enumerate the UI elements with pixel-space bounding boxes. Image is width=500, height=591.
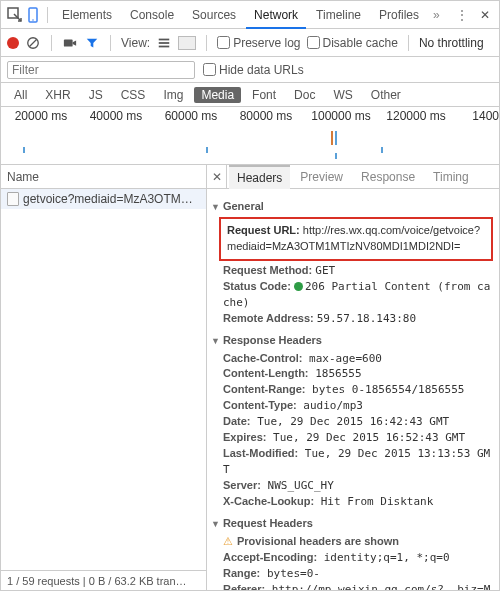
label-request-method: Request Method: <box>223 264 312 276</box>
header-key: Referer: <box>223 583 265 590</box>
header-value: bytes=0- <box>260 567 320 580</box>
chevron-right-icon[interactable]: » <box>429 8 444 22</box>
detail-body[interactable]: General Request URL: http://res.wx.qq.co… <box>207 189 499 590</box>
label-request-url: Request URL: <box>227 224 300 236</box>
type-doc[interactable]: Doc <box>287 87 322 103</box>
timeline-mark <box>206 147 208 153</box>
filter-bar: Hide data URLs <box>1 57 499 83</box>
inspect-icon[interactable] <box>7 7 23 23</box>
timeline-mark <box>381 147 383 153</box>
hide-data-urls-checkbox[interactable]: Hide data URLs <box>203 63 304 77</box>
view-large-icon[interactable] <box>178 36 196 50</box>
type-xhr[interactable]: XHR <box>38 87 77 103</box>
dtab-timing[interactable]: Timing <box>425 165 477 189</box>
section-response-headers[interactable]: Response Headers <box>211 333 493 349</box>
header-value: Tue, 29 Dec 2015 16:42:43 GMT <box>251 415 450 428</box>
more-icon[interactable]: ⋮ <box>449 7 475 23</box>
header-key: Cache-Control: <box>223 352 302 364</box>
close-detail-icon[interactable]: ✕ <box>207 165 227 188</box>
filter-icon[interactable] <box>84 35 100 51</box>
header-row: Server: NWS_UGC_HY <box>223 478 493 494</box>
detail-tabs: ✕ Headers Preview Response Timing <box>207 165 499 189</box>
waterfall-overview[interactable]: 20000 ms 40000 ms 60000 ms 80000 ms 1000… <box>1 107 499 165</box>
header-value: 1856555 <box>309 367 362 380</box>
clear-icon[interactable] <box>25 35 41 51</box>
view-list-icon[interactable] <box>156 35 172 51</box>
device-mode-icon[interactable] <box>25 7 41 23</box>
type-other[interactable]: Other <box>364 87 408 103</box>
header-value: audio/mp3 <box>297 399 363 412</box>
panel-tabs: Elements Console Sources Network Timelin… <box>1 1 499 29</box>
header-row: Cache-Control: max-age=600 <box>223 351 493 367</box>
header-key: Range: <box>223 567 260 579</box>
header-key: Date: <box>223 415 251 427</box>
header-key: Content-Type: <box>223 399 297 411</box>
preserve-log-checkbox[interactable]: Preserve log <box>217 36 300 50</box>
devtools-window: Elements Console Sources Network Timelin… <box>0 0 500 591</box>
disable-cache-checkbox[interactable]: Disable cache <box>307 36 398 50</box>
label-remote-address: Remote Address: <box>223 312 314 324</box>
header-row: Accept-Encoding: identity;q=1, *;q=0 <box>223 550 493 566</box>
main-split: Name getvoice?mediaid=MzA3OTM… 1 / 59 re… <box>1 165 499 590</box>
header-key: Accept-Encoding: <box>223 551 317 563</box>
throttling-select[interactable]: No throttling <box>419 36 484 50</box>
header-row: Date: Tue, 29 Dec 2015 16:42:43 GMT <box>223 414 493 430</box>
type-css[interactable]: CSS <box>114 87 153 103</box>
svg-point-2 <box>32 19 34 21</box>
type-all[interactable]: All <box>7 87 34 103</box>
dtab-response[interactable]: Response <box>353 165 423 189</box>
highlighted-url: Request URL: http://res.wx.qq.com/voice/… <box>219 217 493 261</box>
timeline-label: 40000 ms <box>90 109 143 123</box>
close-icon[interactable]: ✕ <box>477 7 493 23</box>
header-value: Hit From Disktank <box>314 495 433 508</box>
value-remote-address: 59.57.18.143:80 <box>317 312 416 325</box>
timeline-label: 20000 ms <box>15 109 68 123</box>
filter-input[interactable] <box>7 61 195 79</box>
timeline-mark <box>331 131 333 145</box>
dtab-headers[interactable]: Headers <box>229 165 290 189</box>
header-row: Referer: http://mp.weixin.qq.com/s?__biz… <box>223 582 493 590</box>
header-row: Range: bytes=0- <box>223 566 493 582</box>
timeline-mark <box>23 147 25 153</box>
type-ws[interactable]: WS <box>326 87 359 103</box>
section-request-headers[interactable]: Request Headers <box>211 516 493 532</box>
header-key: X-Cache-Lookup: <box>223 495 314 507</box>
header-value: Tue, 29 Dec 2015 16:52:43 GMT <box>266 431 465 444</box>
section-general[interactable]: General <box>211 199 493 215</box>
tab-network[interactable]: Network <box>246 1 306 29</box>
type-media[interactable]: Media <box>194 87 241 103</box>
column-header-name[interactable]: Name <box>1 165 206 189</box>
header-key: Content-Range: <box>223 383 306 395</box>
dtab-preview[interactable]: Preview <box>292 165 351 189</box>
header-row: Content-Type: audio/mp3 <box>223 398 493 414</box>
timeline-label: 60000 ms <box>165 109 218 123</box>
timeline-label: 80000 ms <box>240 109 293 123</box>
header-row: Last-Modified: Tue, 29 Dec 2015 13:13:53… <box>223 446 493 478</box>
tab-console[interactable]: Console <box>122 1 182 29</box>
type-img[interactable]: Img <box>156 87 190 103</box>
camera-icon[interactable] <box>62 35 78 51</box>
detail-pane: ✕ Headers Preview Response Timing Genera… <box>207 165 499 590</box>
tab-sources[interactable]: Sources <box>184 1 244 29</box>
timeline-label: 14000 <box>472 109 499 123</box>
separator <box>47 7 48 23</box>
header-value: identity;q=1, *;q=0 <box>317 551 449 564</box>
record-button[interactable] <box>7 37 19 49</box>
svg-line-4 <box>30 39 37 46</box>
tab-elements[interactable]: Elements <box>54 1 120 29</box>
value-request-method: GET <box>315 264 335 277</box>
timeline-mark <box>335 131 337 145</box>
type-filters: All XHR JS CSS Img Media Font Doc WS Oth… <box>1 83 499 107</box>
network-toolbar: View: Preserve log Disable cache No thro… <box>1 29 499 57</box>
header-value: bytes 0-1856554/1856555 <box>306 383 465 396</box>
tab-profiles[interactable]: Profiles <box>371 1 427 29</box>
request-row[interactable]: getvoice?mediaid=MzA3OTM… <box>1 189 206 209</box>
type-font[interactable]: Font <box>245 87 283 103</box>
header-row: X-Cache-Lookup: Hit From Disktank <box>223 494 493 510</box>
header-row: Expires: Tue, 29 Dec 2015 16:52:43 GMT <box>223 430 493 446</box>
timeline-label: 120000 ms <box>386 109 445 123</box>
type-js[interactable]: JS <box>82 87 110 103</box>
header-key: Expires: <box>223 431 266 443</box>
header-key: Content-Length: <box>223 367 309 379</box>
tab-timeline[interactable]: Timeline <box>308 1 369 29</box>
